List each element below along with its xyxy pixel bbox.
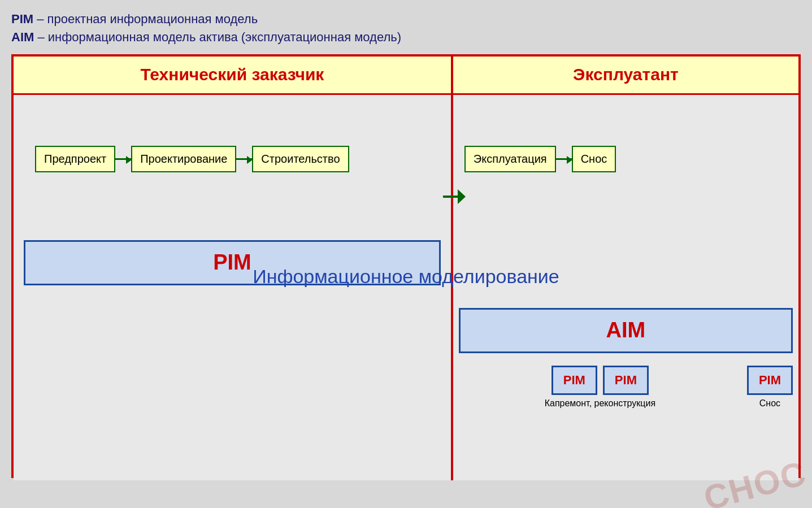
sub-pim-group-1: PIM PIM Капремонт, реконструкция [459, 366, 741, 409]
main-box: Технический заказчик Эксплуатант Стадии … [11, 54, 801, 478]
operator-cell: Эксплуатант [453, 57, 798, 93]
right-info-area: AIM PIM PIM Капремонт, реконструкция [453, 308, 798, 409]
pim-main-box: PIM [24, 240, 441, 285]
stage-demolish: Снос [572, 146, 616, 172]
technical-client-label: Технический заказчик [140, 65, 324, 84]
aim-main-box: AIM [459, 308, 793, 353]
sub-pim-label-1: Капремонт, реконструкция [545, 398, 655, 409]
technical-client-cell: Технический заказчик [14, 57, 453, 93]
right-stages-row: Эксплуатация Снос [459, 146, 793, 172]
pim-desc: – проектная информационная модель [33, 12, 258, 26]
operator-label: Эксплуатант [573, 65, 679, 84]
arrow-3 [556, 158, 572, 160]
aim-desc: – информационная модель актива (эксплуат… [34, 30, 401, 44]
content-area: Стадии жизненного цикла строительного об… [14, 95, 798, 480]
header-text: PIM – проектная информационная модель AI… [11, 10, 801, 46]
stage-construction: Строительство [252, 146, 349, 172]
pim-abbr: PIM [11, 12, 33, 26]
sub-pim-box-1: PIM [552, 366, 597, 395]
sub-pim-box-2: PIM [603, 366, 649, 395]
arrow-head [458, 189, 466, 204]
stage-predproject: Предпроект [35, 146, 115, 172]
stage-design: Проектирование [131, 146, 236, 172]
left-info-area: PIM [14, 240, 451, 285]
lifecycle-arrow [443, 189, 466, 204]
left-stages-area: Предпроект Проектирование Строительство [14, 146, 451, 172]
sub-pim-row: PIM PIM Капремонт, реконструкция PIM Сно… [459, 366, 793, 409]
sub-pim-box-3: PIM [747, 366, 793, 395]
page: PIM – проектная информационная модель AI… [0, 0, 812, 508]
right-stages-area: Эксплуатация Снос [453, 146, 798, 172]
pim-main-label: PIM [213, 250, 251, 275]
aim-abbr: AIM [11, 30, 34, 44]
arrow-2 [236, 158, 252, 160]
stage-exploitation: Эксплуатация [464, 146, 556, 172]
sub-pim-group-2: PIM Снос [747, 366, 793, 409]
right-panel: Эксплуатация Снос Информационное моделир… [453, 95, 798, 480]
arrow-1 [115, 158, 131, 160]
left-panel: Предпроект Проектирование Строительство … [14, 95, 453, 480]
aim-main-label: AIM [606, 318, 646, 342]
arrow-line [443, 196, 458, 198]
top-row: Технический заказчик Эксплуатант [14, 57, 798, 95]
sub-pim-label-2: Снос [759, 398, 780, 409]
left-stages-row: Предпроект Проектирование Строительство [24, 146, 441, 172]
sub-pim-boxes-1: PIM PIM [552, 366, 649, 395]
